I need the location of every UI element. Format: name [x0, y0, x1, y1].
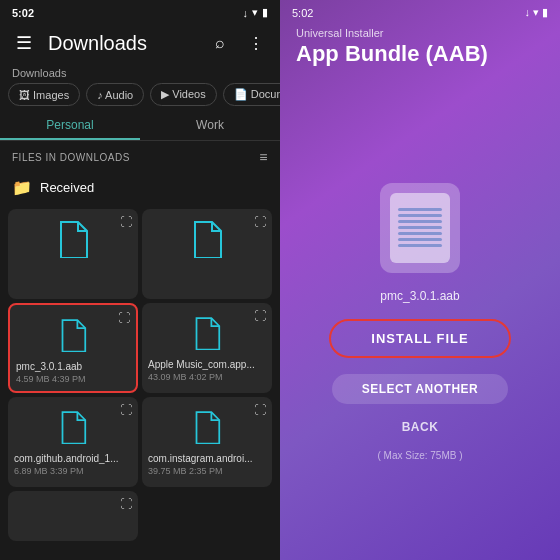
doc-line [398, 214, 442, 217]
file-name-instagram: com.instagram.androi... [148, 453, 266, 465]
left-time: 5:02 [12, 7, 34, 19]
left-panel: 5:02 ↓ ▾ ▮ ☰ Downloads ⌕ ⋮ Downloads 🖼 I… [0, 0, 280, 560]
tab-personal[interactable]: Personal [0, 110, 140, 140]
doc-line [398, 244, 442, 247]
app-bundle-icon [380, 183, 460, 273]
left-header: ☰ Downloads ⌕ ⋮ [0, 23, 280, 67]
download-indicator-icon: ↓ [524, 6, 530, 18]
filter-images[interactable]: 🖼 Images [8, 83, 80, 106]
left-status-icons: ↓ ▾ ▮ [243, 6, 269, 19]
tab-work[interactable]: Work [140, 110, 280, 140]
max-size-label: ( Max Size: 75MB ) [377, 450, 462, 461]
expand-icon: ⛶ [120, 403, 132, 417]
select-another-button[interactable]: SELECT ANOTHER [332, 374, 509, 404]
file-meta-instagram: 39.75 MB 2:35 PM [148, 466, 266, 476]
section-header: FILES IN DOWNLOADS ≡ [0, 141, 280, 169]
signal-icon: ▮ [262, 6, 268, 19]
file-meta-github: 6.89 MB 3:39 PM [14, 466, 132, 476]
tabs-row: Personal Work [0, 110, 280, 141]
right-panel: 5:02 ↓ ▾ ▮ Universal Installer App Bundl… [280, 0, 560, 560]
file-icon [148, 309, 266, 357]
installer-label: Universal Installer [280, 23, 560, 39]
file-list: 📁 Received ⛶ ⛶ [0, 169, 280, 560]
expand-icon: ⛶ [118, 311, 130, 325]
filter-documents[interactable]: 📄 Documents [223, 83, 280, 106]
page-title: Downloads [48, 32, 196, 55]
installer-title: App Bundle (AAB) [280, 39, 560, 83]
filter-bar: 🖼 Images ♪ Audio ▶ Videos 📄 Documents [0, 83, 280, 110]
filter-label: Downloads [0, 67, 280, 83]
install-file-button[interactable]: INSTALL FILE [329, 319, 510, 358]
file-icon [148, 215, 266, 263]
file-meta-pmc: 4.59 MB 4:39 PM [16, 374, 130, 384]
doc-line [398, 208, 442, 211]
menu-icon[interactable]: ☰ [8, 27, 40, 59]
folder-icon: 📁 [12, 177, 32, 197]
document-icon [390, 193, 450, 263]
file-name-pmc: pmc_3.0.1.aab [16, 361, 130, 373]
list-view-icon[interactable]: ≡ [259, 149, 268, 165]
expand-icon: ⛶ [120, 497, 132, 511]
file-card-applemusic[interactable]: ⛶ Apple Music_com.app... 43.09 MB 4:02 P… [142, 303, 272, 393]
download-indicator-icon: ↓ [243, 7, 249, 19]
selected-file-name: pmc_3.0.1.aab [380, 289, 459, 303]
file-icon [148, 403, 266, 451]
expand-icon: ⛶ [254, 309, 266, 323]
expand-icon: ⛶ [254, 403, 266, 417]
right-status-icons: ↓ ▾ ▮ [524, 6, 548, 19]
folder-received[interactable]: 📁 Received [8, 169, 272, 205]
wifi-icon: ▾ [252, 6, 258, 19]
doc-line [398, 232, 442, 235]
back-button[interactable]: BACK [402, 420, 439, 434]
expand-icon: ⛶ [254, 215, 266, 229]
right-time: 5:02 [292, 7, 313, 19]
search-icon[interactable]: ⌕ [204, 27, 236, 59]
file-grid-row1: ⛶ pmc_3.0.1.aab 4.59 MB 4:39 PM ⛶ [8, 303, 272, 393]
file-meta-applemusic: 43.09 MB 4:02 PM [148, 372, 266, 382]
doc-line [398, 220, 442, 223]
right-status-bar: 5:02 ↓ ▾ ▮ [280, 0, 560, 23]
signal-icon: ▮ [542, 6, 548, 18]
file-grid-bottom: ⛶ [8, 491, 272, 541]
doc-line [398, 226, 442, 229]
file-name-github: com.github.android_1... [14, 453, 132, 465]
more-options-icon[interactable]: ⋮ [240, 27, 272, 59]
expand-icon: ⛶ [120, 215, 132, 229]
doc-line [398, 238, 442, 241]
filter-videos[interactable]: ▶ Videos [150, 83, 217, 106]
folder-name: Received [40, 180, 94, 195]
filter-audio[interactable]: ♪ Audio [86, 83, 144, 106]
file-grid-top: ⛶ ⛶ [8, 209, 272, 299]
left-status-bar: 5:02 ↓ ▾ ▮ [0, 0, 280, 23]
file-icon [14, 215, 132, 263]
file-grid-row2: ⛶ com.github.android_1... 6.89 MB 3:39 P… [8, 397, 272, 487]
install-content: pmc_3.0.1.aab INSTALL FILE SELECT ANOTHE… [280, 83, 560, 560]
wifi-icon: ▾ [533, 6, 539, 18]
file-card-instagram[interactable]: ⛶ com.instagram.androi... 39.75 MB 2:35 … [142, 397, 272, 487]
file-card-partial[interactable]: ⛶ [8, 491, 138, 541]
file-name-applemusic: Apple Music_com.app... [148, 359, 266, 371]
header-actions: ⌕ ⋮ [204, 27, 272, 59]
file-card-empty-2[interactable]: ⛶ [142, 209, 272, 299]
file-card-empty-1[interactable]: ⛶ [8, 209, 138, 299]
file-card-pmc[interactable]: ⛶ pmc_3.0.1.aab 4.59 MB 4:39 PM [8, 303, 138, 393]
file-card-github[interactable]: ⛶ com.github.android_1... 6.89 MB 3:39 P… [8, 397, 138, 487]
file-icon [16, 311, 130, 359]
file-icon [14, 403, 132, 451]
